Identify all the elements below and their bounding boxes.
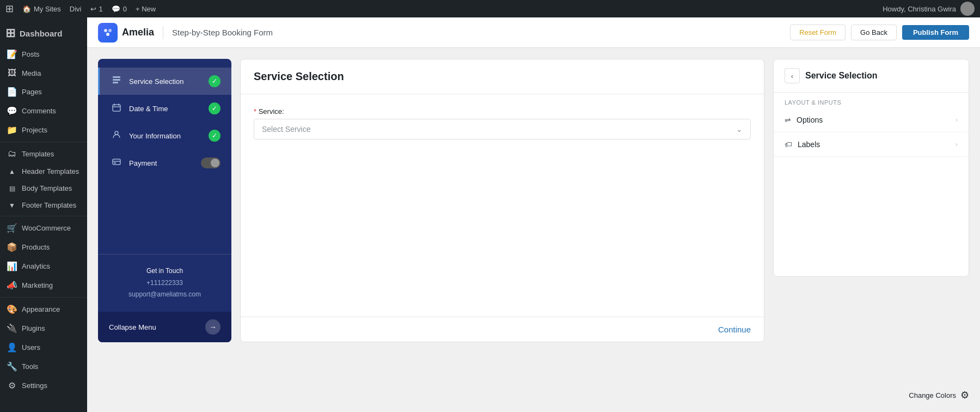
amelia-app-name: Amelia xyxy=(122,27,154,38)
settings-options-item[interactable]: ⇌ Options › xyxy=(774,108,969,132)
amelia-logo-icon xyxy=(98,23,118,43)
sidebar-item-marketing[interactable]: 📣 Marketing xyxy=(0,276,87,295)
sidebar-item-templates[interactable]: 🗂 Templates xyxy=(0,144,87,163)
user-greeting: Howdy, Christina Gwira xyxy=(883,5,956,13)
admin-bar-right: Howdy, Christina Gwira xyxy=(883,2,975,16)
payment-icon xyxy=(111,157,122,169)
settings-labels-left: 🏷 Labels xyxy=(785,140,820,149)
pages-label: Pages xyxy=(22,88,42,96)
new-link[interactable]: + New xyxy=(136,5,156,13)
step-date-time[interactable]: Date & Time ✓ xyxy=(98,95,231,122)
my-sites-icon: 🏠 xyxy=(22,5,31,13)
sidebar-divider-2 xyxy=(0,216,87,216)
payment-toggle[interactable] xyxy=(201,157,220,168)
sidebar-divider-1 xyxy=(0,142,87,142)
service-selection-check: ✓ xyxy=(209,75,220,87)
appearance-icon: 🎨 xyxy=(7,304,17,314)
sidebar-item-posts[interactable]: 📝 Posts xyxy=(0,45,87,64)
analytics-icon: 📊 xyxy=(7,261,17,271)
collapse-menu-button[interactable]: Collapse Menu → xyxy=(98,312,231,342)
comments-icon: 💬 xyxy=(112,5,120,13)
step-list: Service Selection ✓ Date & Time ✓ Your I… xyxy=(98,59,231,254)
new-label: + New xyxy=(136,5,156,13)
step-your-information[interactable]: Your Information ✓ xyxy=(98,122,231,149)
users-label: Users xyxy=(22,343,40,352)
sidebar-dashboard[interactable]: ⊞ Dashboard xyxy=(0,17,87,45)
amelia-svg-icon xyxy=(101,26,114,39)
gear-icon: ⚙ xyxy=(960,389,969,401)
svg-rect-5 xyxy=(113,82,118,83)
plugins-label: Plugins xyxy=(22,324,45,332)
sidebar-divider-3 xyxy=(0,297,87,298)
collapse-icon: → xyxy=(205,319,220,335)
chevron-down-icon: ⌄ xyxy=(736,125,743,134)
sidebar-item-projects[interactable]: 📁 Projects xyxy=(0,120,87,140)
wp-logo-item[interactable]: ⊞ xyxy=(5,3,14,15)
step-service-selection[interactable]: Service Selection ✓ xyxy=(98,68,231,95)
your-information-icon xyxy=(111,130,122,142)
sidebar-item-woocommerce[interactable]: 🛒 WooCommerce xyxy=(0,219,87,238)
sidebar-item-appearance[interactable]: 🎨 Appearance xyxy=(0,300,87,319)
sidebar-item-tools[interactable]: 🔧 Tools xyxy=(0,357,87,376)
revisions-link[interactable]: ↩ 1 xyxy=(90,5,103,13)
projects-label: Projects xyxy=(22,126,47,134)
products-icon: 📦 xyxy=(7,242,17,252)
settings-panel: ‹ Service Selection Layout & Inputs ⇌ Op… xyxy=(773,59,969,277)
users-icon: 👤 xyxy=(7,342,17,353)
continue-button[interactable]: Continue xyxy=(718,325,751,334)
my-sites-link[interactable]: 🏠 My Sites xyxy=(22,5,61,13)
footer-templates-icon: ▼ xyxy=(7,202,17,209)
svg-rect-4 xyxy=(113,79,120,81)
svg-point-1 xyxy=(108,29,112,32)
sidebar-item-settings[interactable]: ⚙ Settings xyxy=(0,376,87,395)
step-panel: Service Selection ✓ Date & Time ✓ Your I… xyxy=(98,59,231,342)
settings-back-button[interactable]: ‹ xyxy=(785,68,800,83)
sidebar-item-pages[interactable]: 📄 Pages xyxy=(0,82,87,101)
divi-label: Divi xyxy=(70,5,82,13)
step-payment[interactable]: Payment xyxy=(98,149,231,177)
revisions-icon: ↩ xyxy=(90,5,96,13)
reset-form-button[interactable]: Reset Form xyxy=(790,25,846,40)
preview-section-title: Service Selection xyxy=(254,70,344,82)
media-label: Media xyxy=(22,69,41,77)
date-time-label: Date & Time xyxy=(129,105,202,113)
preview-header: Service Selection xyxy=(241,59,764,94)
sidebar-item-body-templates[interactable]: ▤ Body Templates xyxy=(0,180,87,197)
publish-form-button[interactable]: Publish Form xyxy=(902,25,969,40)
field-label-text: Service: xyxy=(259,107,284,116)
change-colors-button[interactable]: Change Colors ⚙ xyxy=(909,387,969,403)
svg-point-10 xyxy=(115,131,118,135)
select-service-field[interactable]: Select Service ⌄ xyxy=(254,119,751,140)
sidebar-item-users[interactable]: 👤 Users xyxy=(0,338,87,357)
contact-section: Get in Touch +111222333 support@ameliatm… xyxy=(98,254,231,312)
svg-rect-13 xyxy=(114,162,116,163)
sidebar-item-header-templates[interactable]: ▲ Header Templates xyxy=(0,163,87,180)
woocommerce-icon: 🛒 xyxy=(7,223,17,233)
woocommerce-label: WooCommerce xyxy=(22,224,71,232)
amelia-logo: Amelia xyxy=(98,23,154,43)
marketing-label: Marketing xyxy=(22,281,53,289)
footer-templates-label: Footer Templates xyxy=(22,201,76,209)
sidebar-item-comments[interactable]: 💬 Comments xyxy=(0,101,87,120)
settings-layout-label: Layout & Inputs xyxy=(774,93,969,108)
settings-labels-item[interactable]: 🏷 Labels › xyxy=(774,132,969,157)
preview-area: Service Selection * Service: Select Serv… xyxy=(240,59,764,342)
sidebar-item-analytics[interactable]: 📊 Analytics xyxy=(0,257,87,276)
templates-label: Templates xyxy=(22,150,54,158)
admin-bar: ⊞ 🏠 My Sites Divi ↩ 1 💬 0 + New Howdy, C… xyxy=(0,0,980,17)
service-selection-icon xyxy=(111,75,122,87)
service-field-label: * Service: xyxy=(254,107,751,116)
date-time-icon xyxy=(111,102,122,114)
go-back-button[interactable]: Go Back xyxy=(851,25,897,40)
sidebar-item-plugins[interactable]: 🔌 Plugins xyxy=(0,319,87,338)
wp-sidebar-icon: ⊞ xyxy=(5,26,15,40)
your-information-label: Your Information xyxy=(129,132,202,140)
comments-link[interactable]: 💬 0 xyxy=(112,5,127,13)
sidebar-item-footer-templates[interactable]: ▼ Footer Templates xyxy=(0,197,87,214)
date-time-check: ✓ xyxy=(209,102,220,114)
projects-icon: 📁 xyxy=(7,125,17,135)
sidebar-item-media[interactable]: 🖼 Media xyxy=(0,64,87,82)
sidebar-item-products[interactable]: 📦 Products xyxy=(0,238,87,257)
divi-link[interactable]: Divi xyxy=(70,5,82,13)
templates-icon: 🗂 xyxy=(7,149,17,159)
